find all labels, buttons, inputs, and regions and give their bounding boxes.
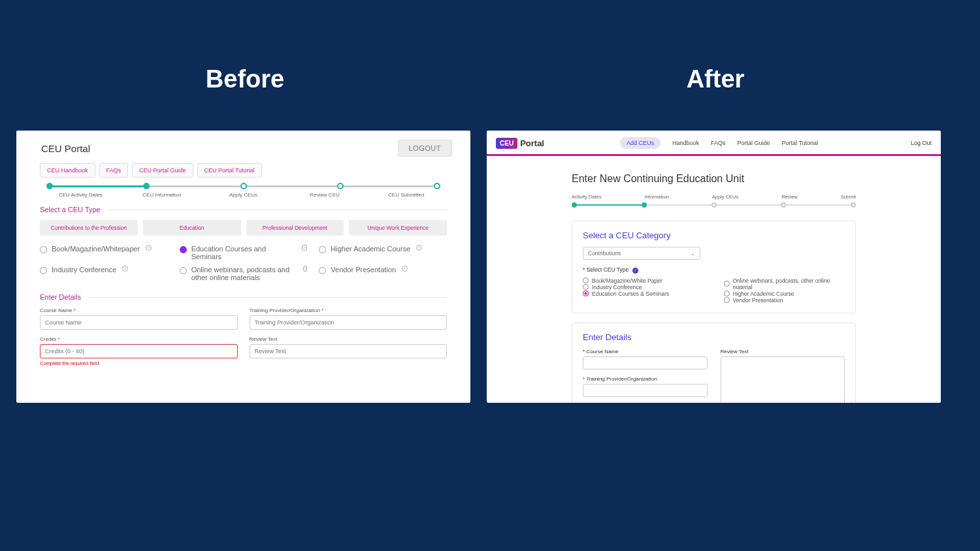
logout-link[interactable]: Log Out [911,140,932,146]
nav-add-ceus[interactable]: Add CEUs [620,137,661,149]
provider-label: * Training Provider/Organization [583,376,708,382]
step-label: Information [644,194,669,200]
type-sublabel: * Select CEU Type i [583,266,845,274]
logo-text: Portal [520,138,544,148]
tab-handbook[interactable]: CEU Handbook [40,163,95,178]
nav-portal-tutorial[interactable]: Portal Tutorial [782,140,819,146]
step-label: CEU Submitted [365,192,447,198]
step-dot [143,183,150,189]
help-icon[interactable]: ? [303,266,307,272]
help-icon[interactable]: ? [122,266,128,272]
step-dot [434,183,440,189]
radio-online-webinars[interactable]: Online webinars, podcasts and other onli… [180,266,308,281]
step-label: CEU Information [122,192,203,198]
step-label: Activity Dates [572,194,601,200]
radio-online-webinars[interactable]: Online webinars, podcasts, other online … [724,277,845,291]
tab-portal-tutorial[interactable]: CEU Portal Tutorial [197,163,262,178]
logout-button[interactable]: LOGOUT [398,140,452,157]
section-select-type: Select a CEU Type [40,206,447,213]
help-icon[interactable]: ? [146,245,152,251]
radio-label: Online webinars, podcasts, other online … [733,277,845,291]
radio-industry-conf[interactable]: Industry Conference [583,284,704,291]
step-dot [46,183,53,189]
progress-bar [572,202,856,208]
help-icon[interactable]: ? [416,245,422,251]
help-icon[interactable]: ? [402,266,408,272]
help-icon[interactable]: ? [302,245,308,251]
type-label-text: * Select CEU Type [583,266,629,273]
before-panel: CEU Portal LOGOUT CEU Handbook FAQs CEU … [16,131,470,403]
provider-input[interactable] [583,384,708,397]
step-dot [711,202,717,208]
provider-input[interactable] [250,315,448,330]
review-text-input[interactable] [721,356,845,403]
radio-label: Vendor Presentation [733,297,783,304]
app-title: CEU Portal [41,143,90,154]
step-label: Apply CEUs [712,194,738,200]
cat-unique-work[interactable]: Unique Work Experience [349,220,447,236]
step-dot [781,202,786,208]
radio-label: Industry Conference [52,266,116,274]
category-select[interactable]: Contributions ⌄ [583,247,700,260]
radio-book[interactable]: Book/Magazine/White Paper [583,277,704,284]
radio-higher-academic[interactable]: Higher Academic Course? [319,245,447,260]
progress-bar [46,183,440,189]
heading-after: After [487,65,944,93]
tab-portal-guide[interactable]: CEU Portal Guide [132,163,193,178]
course-name-label: * Course Name [583,349,708,354]
course-name-input[interactable] [40,315,238,330]
step-dot [851,202,856,208]
radio-label: Book/Magazine/White Paper [592,277,662,284]
radio-higher-academic[interactable]: Higher Academic Course [724,291,845,297]
review-text-label: Review Text [250,336,448,342]
course-name-label: Course Name * [40,307,238,313]
details-card: Enter Details * Course Name * Training P… [572,323,856,403]
radio-industry-conf[interactable]: Industry Conference? [40,266,168,281]
progress-labels: CEU Activity Dates CEU Information Apply… [40,192,447,198]
step-label: Review [781,194,798,200]
info-icon[interactable]: i [632,268,638,274]
progress-labels: Activity Dates Information Apply CEUs Re… [572,194,856,200]
radio-education-courses[interactable]: Education Courses and Seminars? [180,245,308,260]
page-title: Enter New Continuing Education Unit [572,173,856,185]
step-label: CEU Activity Dates [40,192,122,198]
logo[interactable]: CEU Portal [496,138,544,149]
radio-label: Vendor Presentation [331,266,396,274]
category-title: Select a CEU Category [583,230,845,240]
step-label: Review CEU [284,192,366,198]
step-dot [240,183,247,189]
course-name-input[interactable] [583,356,708,370]
radio-book[interactable]: Book/Magazine/Whitepaper? [40,245,168,260]
radio-label: Higher Academic Course [331,245,410,253]
category-card: Select a CEU Category Contributions ⌄ * … [572,221,856,313]
radio-education-courses[interactable]: Education Courses & Seminars [583,291,704,297]
tab-faqs[interactable]: FAQs [99,163,129,178]
credits-error: Complete the required field. [40,360,238,366]
select-value: Contributions [588,250,621,257]
cat-contributions[interactable]: Contributions to the Profession [40,220,138,236]
radio-vendor-presentation[interactable]: Vendor Presentation? [319,266,447,281]
review-text-input[interactable] [250,344,448,358]
cat-prof-dev[interactable]: Professional Development [246,220,344,236]
radio-label: Book/Magazine/Whitepaper [52,245,140,253]
radio-label: Online webinars, podcasts and other onli… [191,266,297,281]
section-enter-details: Enter Details [40,293,447,301]
after-panel: CEU Portal Add CEUs Handbook FAQs Portal… [487,131,941,403]
radio-label: Higher Academic Course [733,291,794,297]
chevron-down-icon: ⌄ [691,251,695,257]
radio-label: Industry Conference [592,284,642,291]
cat-education[interactable]: Education [143,220,241,236]
credits-input[interactable] [40,344,238,358]
header-tabs: CEU Handbook FAQs CEU Portal Guide CEU P… [40,163,447,178]
step-dot [337,183,344,189]
nav-handbook[interactable]: Handbook [672,140,699,146]
step-dot [572,202,577,208]
radio-vendor-presentation[interactable]: Vendor Presentation [724,297,845,304]
nav-portal-guide[interactable]: Portal Guide [738,140,770,146]
review-text-label: Review Text [721,349,845,354]
details-title: Enter Details [583,332,845,342]
heading-before: Before [16,65,474,93]
ceu-type-radios: Book/Magazine/Whitepaper? Education Cour… [40,245,447,281]
provider-label: Training Provider/Organization * [250,307,448,313]
nav-faqs[interactable]: FAQs [711,140,726,146]
